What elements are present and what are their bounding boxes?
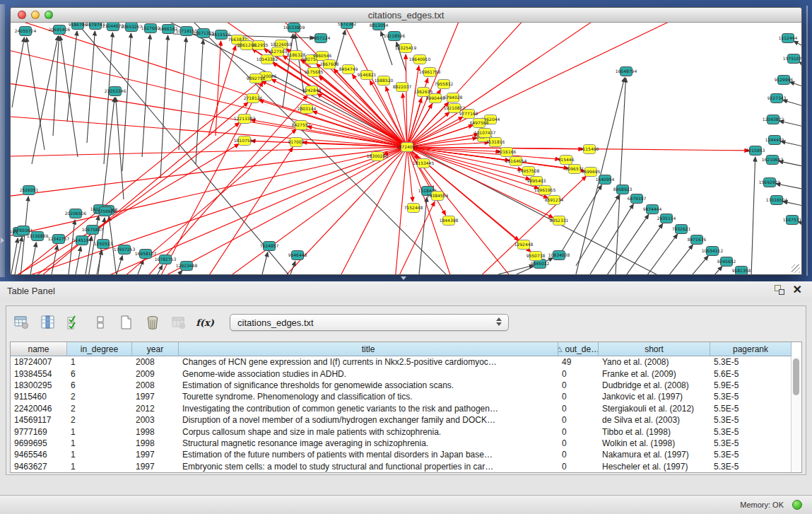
network-node-teal[interactable]: 1145194 <box>73 236 92 245</box>
network-node-yellow[interactable]: 6497568 <box>470 119 489 128</box>
network-node-teal[interactable]: 7857224 <box>312 34 331 43</box>
network-node-teal[interactable]: 16210643 <box>762 156 784 165</box>
network-node-teal[interactable]: 2526051 <box>20 186 39 195</box>
table-cell[interactable]: 2012 <box>132 404 179 414</box>
network-node-teal[interactable]: 16033809 <box>283 23 305 33</box>
table-cell[interactable]: 18300295 <box>11 380 67 390</box>
table-cell[interactable]: 0 <box>558 369 599 379</box>
row-options-icon[interactable] <box>92 313 109 332</box>
table-cell[interactable]: 1997 <box>132 450 179 460</box>
table-cell[interactable]: Changes of HCN gene expression and I(f) … <box>179 357 558 367</box>
table-cell[interactable]: 5.3E-5 <box>710 462 792 472</box>
table-cell[interactable]: Embryonic stem cells: a model to study s… <box>179 462 558 472</box>
network-node-yellow[interactable]: 2867608 <box>320 60 339 69</box>
table-cell[interactable]: 18724007 <box>11 357 67 367</box>
network-node-teal[interactable]: 15692971 <box>759 178 781 187</box>
network-node-teal[interactable]: 9186786 <box>69 23 88 30</box>
network-node-teal[interactable]: 9227343 <box>767 94 787 103</box>
network-node-teal[interactable]: 16958107 <box>135 250 157 259</box>
network-node-teal[interactable]: 24055724 <box>15 27 37 36</box>
table-cell[interactable]: Jankovic et al. (1997) <box>599 392 710 402</box>
network-node-teal[interactable]: 6479197 <box>628 194 647 204</box>
table-cell[interactable]: 2 <box>67 415 132 425</box>
left-splitter[interactable] <box>0 4 5 277</box>
column-header-in_degree[interactable]: in_degree <box>67 342 132 356</box>
network-node-yellow[interactable]: 16164654 <box>505 157 527 166</box>
network-node-yellow[interactable]: 8990448 <box>426 94 445 103</box>
table-cell[interactable]: Corpus callosum shape and size in male p… <box>179 427 558 437</box>
network-node-yellow[interactable]: 9242848 <box>302 86 322 95</box>
column-header-year[interactable]: year <box>132 342 179 356</box>
table-cell[interactable]: 0 <box>558 380 599 390</box>
network-node-teal[interactable]: 15751074 <box>783 54 801 64</box>
network-node-teal[interactable]: 16648794 <box>616 67 637 76</box>
table-cell[interactable]: 2008 <box>132 357 179 367</box>
network-node-yellow[interactable]: 9115460 <box>580 145 599 154</box>
table-cell[interactable]: Franke et al. (2009) <box>599 369 710 379</box>
new-table-icon[interactable] <box>118 313 135 332</box>
table-cell[interactable]: 2 <box>67 404 132 414</box>
table-cell[interactable]: 5.6E-5 <box>710 369 792 379</box>
table-cell[interactable]: 1 <box>67 357 132 367</box>
float-window-icon[interactable] <box>775 285 784 295</box>
table-cell[interactable]: Estimation of the future numbers of pati… <box>179 450 558 460</box>
table-cell[interactable]: Tibbo et al. (1998) <box>599 427 710 437</box>
table-cell[interactable]: 1 <box>67 427 132 437</box>
table-vertical-scrollbar[interactable] <box>791 356 801 472</box>
column-header-name[interactable]: name <box>11 342 67 356</box>
scrollbar-thumb[interactable] <box>793 358 799 395</box>
network-node-yellow[interactable]: 8427552 <box>292 121 311 130</box>
network-node-teal[interactable]: 6466162 <box>159 25 178 34</box>
network-node-teal[interactable]: 5572382 <box>338 23 357 29</box>
table-cell[interactable]: 0 <box>558 450 599 460</box>
network-node-yellow[interactable]: 7955812 <box>435 80 454 89</box>
network-node-yellow[interactable]: 1131816 <box>486 138 505 147</box>
table-cell[interactable]: 1997 <box>132 462 179 472</box>
table-cell[interactable]: 2009 <box>132 369 179 379</box>
network-node-yellow[interactable]: 1844398 <box>440 216 459 226</box>
table-cell[interactable]: 1 <box>67 438 132 448</box>
table-cell[interactable]: 6 <box>67 369 132 379</box>
table-cell[interactable]: 5.3E-5 <box>710 438 792 448</box>
table-cell[interactable]: Tourette syndrome. Phenomenology and cla… <box>179 392 558 402</box>
table-cell[interactable]: 1 <box>67 450 132 460</box>
table-selector-dropdown[interactable]: citations_edges.txt <box>230 314 509 331</box>
table-row[interactable]: 977716911998Corpus callosum shape and si… <box>11 426 801 437</box>
network-node-teal[interactable]: 8215953 <box>746 146 765 156</box>
network-node-teal[interactable]: 8471676 <box>688 235 707 245</box>
column-header-title[interactable]: title <box>179 342 558 356</box>
network-node-teal[interactable]: 2935114 <box>657 214 676 223</box>
network-node-teal[interactable]: 20206506 <box>65 209 87 218</box>
table-cell[interactable]: Investigating the contribution of common… <box>179 404 558 414</box>
network-node-teal[interactable]: 9474444 <box>643 205 662 214</box>
table-cell[interactable]: 5.3E-5 <box>710 427 792 437</box>
close-panel-icon[interactable]: ✕ <box>793 285 802 295</box>
network-node-yellow[interactable]: 18325419 <box>395 44 417 53</box>
network-node-teal[interactable]: 20691406 <box>49 25 71 35</box>
network-node-yellow[interactable]: 9146821 <box>358 71 377 80</box>
network-node-teal[interactable]: 12923448 <box>176 262 198 271</box>
table-settings-icon[interactable] <box>13 313 30 332</box>
network-canvas[interactable]: 2405572420691406918678686797432104407310… <box>11 23 801 274</box>
network-node-teal[interactable]: 12093872 <box>763 115 784 124</box>
network-node-teal[interactable]: 21053346 <box>105 87 126 96</box>
network-node-yellow[interactable]: 1292448 <box>514 240 534 250</box>
table-cell[interactable]: 2 <box>67 392 132 402</box>
table-cell[interactable]: 5.3E-5 <box>710 357 792 367</box>
table-cell[interactable]: 5.3E-5 <box>710 392 792 402</box>
table-row[interactable]: 1872400712008Changes of HCN gene express… <box>11 356 801 368</box>
table-cell[interactable]: Stergiakouli et al. (2012) <box>599 404 710 414</box>
column-header-pagerank[interactable]: pagerank <box>710 342 792 356</box>
table-row[interactable]: 946554611997Estimation of the future num… <box>11 449 801 460</box>
network-node-teal[interactable]: 17016504 <box>766 196 788 205</box>
network-node-yellow[interactable]: 8352331 <box>550 216 569 226</box>
table-row[interactable]: 946362711997Embryonic stem cells: a mode… <box>11 461 801 472</box>
window-resize-grip[interactable] <box>792 264 800 273</box>
network-node-teal[interactable]: 9546448 <box>288 251 307 260</box>
table-cell[interactable]: 1998 <box>132 438 179 448</box>
table-cell[interactable]: 2003 <box>132 415 179 425</box>
network-node-teal[interactable]: 9245652 <box>717 257 736 267</box>
network-node-teal[interactable]: 11156889 <box>27 232 49 241</box>
table-cell[interactable]: Yano et al. (2008) <box>599 357 710 367</box>
network-node-teal[interactable]: 10653257 <box>121 23 143 32</box>
